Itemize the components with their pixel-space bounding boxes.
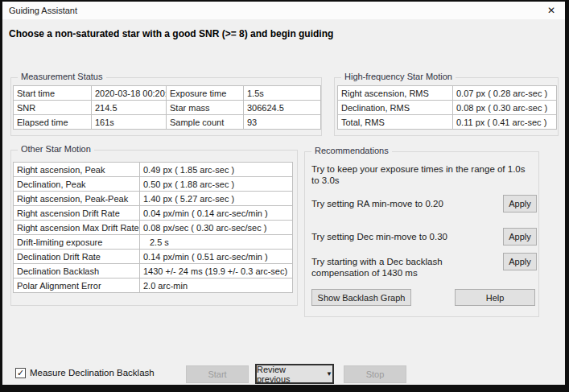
table-row: Total, RMS 0.11 px ( 0.41 arc-sec ) — [338, 115, 557, 130]
cell-label: Right ascension, Peak-Peak — [14, 192, 140, 206]
other-star-motion-group: Other Star Motion Right ascension, Peak … — [10, 150, 298, 306]
high-frequency-table: Right ascension, RMS 0.07 px ( 0.28 arc-… — [337, 85, 557, 130]
cell-label: Declination, Peak — [14, 177, 140, 192]
measurement-status-table: Start time 2020-03-18 00:20:44 Exposure … — [13, 85, 321, 130]
recommendations-group: Recommendations Try to keep your exposur… — [304, 151, 539, 317]
cell-label: Elapsed time — [14, 115, 92, 130]
close-icon[interactable]: ✕ — [538, 2, 565, 19]
guiding-assistant-dialog: Guiding Assistant ✕ Choose a non-saturat… — [0, 0, 569, 392]
table-row: Right ascension, Peak 0.49 px ( 1.85 arc… — [14, 163, 293, 177]
table-row: Polar Alignment Error 2.0 arc-min — [14, 279, 293, 293]
table-row: Right ascension, Peak-Peak 1.40 px ( 5.2… — [14, 192, 293, 206]
cell-value: 0.04 px/min ( 0.14 arc-sec/min ) — [140, 206, 293, 221]
cell-label: Right ascension, Peak — [14, 163, 140, 177]
review-previous-button[interactable]: Review previous ▼ — [255, 364, 334, 384]
cell-value: 0.14 px/min ( 0.51 arc-sec/min ) — [140, 250, 293, 264]
cell-value: 0.07 px ( 0.28 arc-sec ) — [453, 86, 557, 101]
cell-value: 306624.5 — [244, 101, 321, 115]
review-previous-label: Review previous — [257, 365, 320, 384]
show-backlash-graph-button[interactable]: Show Backlash Graph — [311, 289, 411, 306]
cell-value: 161s — [92, 115, 167, 130]
cell-value: 0.08 px/sec ( 0.30 arc-sec/sec ) — [140, 221, 293, 235]
window-title: Guiding Assistant — [9, 6, 77, 15]
table-row: Declination Backlash 1430 +/- 24 ms (19.… — [14, 264, 293, 279]
cell-value: 0.49 px ( 1.85 arc-sec ) — [140, 163, 293, 177]
other-star-motion-title: Other Star Motion — [18, 144, 94, 154]
cell-value: 1.40 px ( 5.27 arc-sec ) — [140, 192, 293, 206]
table-row: Right ascension Drift Rate 0.04 px/min (… — [14, 206, 293, 221]
table-row: Elapsed time 161s Sample count 93 — [14, 115, 321, 130]
cell-value: 0.08 px ( 0.30 arc-sec ) — [453, 101, 557, 115]
cell-value: 1.5s — [244, 86, 321, 101]
help-button[interactable]: Help — [455, 289, 535, 306]
ra-minmove-recommendation: Try setting RA min-move to 0.20 — [311, 198, 501, 209]
cell-label: Exposure time — [167, 86, 244, 101]
table-row: Declination Drift Rate 0.14 px/min ( 0.5… — [14, 250, 293, 264]
measurement-status-title: Measurement Status — [18, 72, 106, 81]
start-button[interactable]: Start — [186, 365, 249, 383]
cell-label: Declination, RMS — [338, 101, 453, 115]
apply-ra-minmove-button[interactable]: Apply — [503, 195, 537, 213]
cell-label: Star mass — [167, 101, 244, 115]
measurement-status-group: Measurement Status Start time 2020-03-18… — [10, 77, 322, 136]
apply-backlash-button[interactable]: Apply — [503, 253, 537, 270]
cell-value: 0.50 px ( 1.88 arc-sec ) — [140, 177, 293, 192]
recommendations-title: Recommendations — [311, 146, 392, 155]
stop-button[interactable]: Stop — [344, 365, 406, 383]
high-frequency-title: High-frequency Star Motion — [341, 72, 456, 81]
cell-value: 2.0 arc-min — [140, 279, 293, 293]
cell-label: SNR — [14, 101, 92, 115]
table-row: Right ascension, RMS 0.07 px ( 0.28 arc-… — [338, 86, 557, 101]
titlebar: Guiding Assistant — [2, 2, 565, 19]
cell-label: Polar Alignment Error — [14, 279, 140, 293]
cell-value: 0.11 px ( 0.41 arc-sec ) — [453, 115, 557, 130]
table-row: Declination, Peak 0.50 px ( 1.88 arc-sec… — [14, 177, 293, 192]
backlash-recommendation: Try starting with a Dec backlash compens… — [311, 256, 498, 279]
checkmark-icon: ✓ — [17, 369, 24, 378]
cell-label: Start time — [14, 86, 92, 101]
table-row: Drift-limiting exposure 2.5 s — [14, 235, 293, 250]
cell-label: Total, RMS — [338, 115, 453, 130]
cell-value: 214.5 — [92, 101, 167, 115]
cell-label: Drift-limiting exposure — [14, 235, 140, 250]
cell-label: Declination Backlash — [14, 264, 140, 279]
chevron-down-icon: ▼ — [326, 370, 332, 378]
measure-backlash-checkbox[interactable]: ✓ — [15, 368, 26, 378]
other-star-motion-table: Right ascension, Peak 0.49 px ( 1.85 arc… — [13, 162, 293, 293]
cell-label: Right ascension Drift Rate — [14, 206, 140, 221]
table-row: SNR 214.5 Star mass 306624.5 — [14, 101, 321, 115]
instruction-text: Choose a non-saturated star with a good … — [9, 28, 333, 39]
high-frequency-group: High-frequency Star Motion Right ascensi… — [334, 77, 559, 136]
cell-label: Declination Drift Rate — [14, 250, 140, 264]
cell-label: Right ascension, RMS — [338, 86, 453, 101]
cell-value: 93 — [244, 115, 321, 130]
table-row: Declination, RMS 0.08 px ( 0.30 arc-sec … — [338, 101, 557, 115]
cell-value: 1430 +/- 24 ms (19.9 +/- 0.3 arc-sec) — [140, 264, 293, 279]
exposure-recommendation: Try to keep your exposure times in the r… — [311, 163, 533, 186]
cell-label: Sample count — [167, 115, 244, 130]
table-row: Right ascension Max Drift Rate 0.08 px/s… — [14, 221, 293, 235]
cell-label: Right ascension Max Drift Rate — [14, 221, 140, 235]
cell-value: 2.5 s — [140, 235, 293, 250]
dec-minmove-recommendation: Try setting Dec min-move to 0.30 — [311, 231, 501, 242]
cell-value: 2020-03-18 00:20:44 — [92, 86, 167, 101]
measure-backlash-label: Measure Declination Backlash — [30, 368, 155, 378]
apply-dec-minmove-button[interactable]: Apply — [503, 228, 537, 246]
table-row: Start time 2020-03-18 00:20:44 Exposure … — [14, 86, 321, 101]
